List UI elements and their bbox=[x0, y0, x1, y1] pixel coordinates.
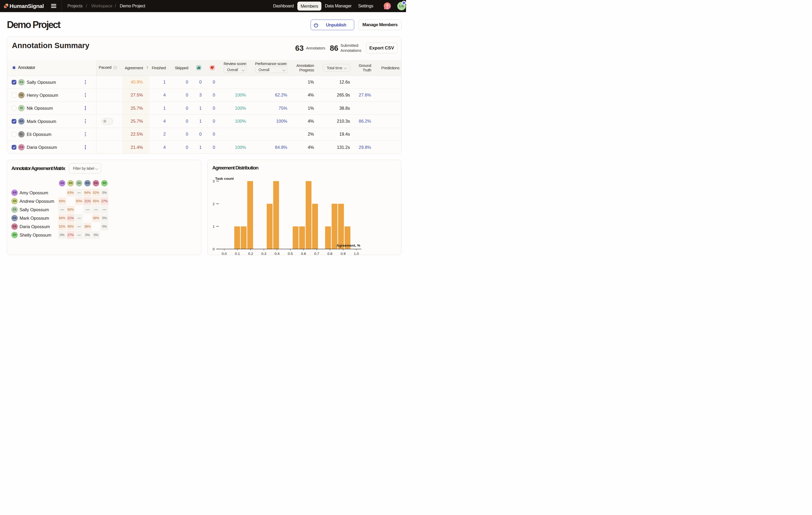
svg-text:?: ? bbox=[386, 3, 388, 8]
svg-text:0.0: 0.0 bbox=[222, 252, 227, 255]
svg-text:0.8: 0.8 bbox=[327, 252, 332, 255]
svg-text:0.2: 0.2 bbox=[248, 252, 253, 255]
svg-text:Task count: Task count bbox=[215, 177, 234, 180]
svg-text:0.6: 0.6 bbox=[301, 252, 306, 255]
svg-text:0.1: 0.1 bbox=[235, 252, 240, 255]
svg-text:0.9: 0.9 bbox=[341, 252, 346, 255]
svg-text:0.7: 0.7 bbox=[314, 252, 319, 255]
svg-text:0.3: 0.3 bbox=[261, 252, 266, 255]
svg-text:Agreement, %: Agreement, % bbox=[337, 244, 360, 248]
svg-text:1.0: 1.0 bbox=[354, 252, 359, 255]
svg-text:3: 3 bbox=[212, 179, 214, 183]
svg-text:1: 1 bbox=[212, 225, 214, 228]
svg-text:0: 0 bbox=[212, 247, 214, 251]
svg-text:0.4: 0.4 bbox=[274, 252, 280, 255]
svg-text:0.5: 0.5 bbox=[288, 252, 293, 255]
svg-text:?: ? bbox=[114, 67, 116, 69]
svg-text:2: 2 bbox=[212, 202, 214, 206]
